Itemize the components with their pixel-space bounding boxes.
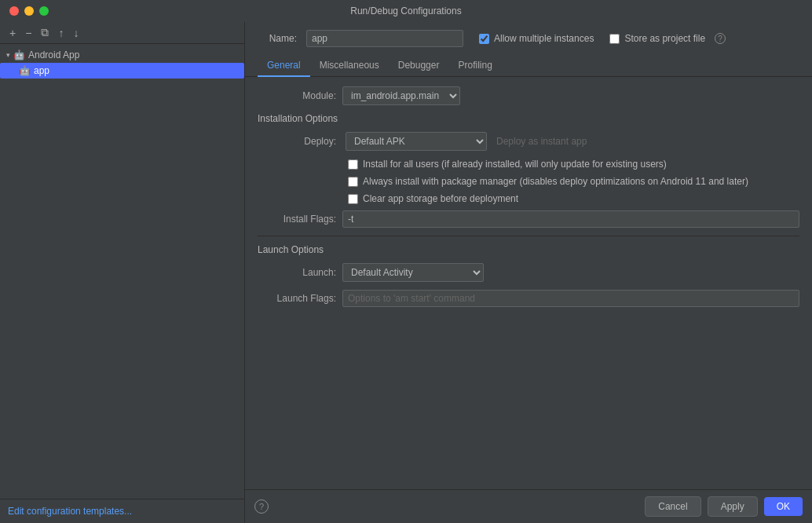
package-manager-label[interactable]: Always install with package manager (dis… — [363, 176, 748, 187]
content-panel: Name: Allow multiple instances Store as … — [245, 22, 812, 523]
tab-profiling[interactable]: Profiling — [448, 55, 501, 77]
maximize-button[interactable] — [39, 6, 49, 16]
copy-config-button[interactable]: ⧉ — [38, 24, 52, 41]
installation-options-title: Installation Options — [258, 113, 799, 124]
android-icon: 🤖 — [13, 49, 25, 60]
clear-storage-label[interactable]: Clear app storage before deployment — [363, 193, 518, 204]
allow-multiple-group: Allow multiple instances — [479, 33, 594, 44]
sidebar-footer: Edit configuration templates... — [0, 499, 244, 523]
help-icon[interactable]: ? — [715, 33, 726, 44]
sidebar-item-app[interactable]: 🤖 app — [0, 63, 244, 79]
install-flags-label: Install Flags: — [258, 214, 336, 225]
install-all-users-checkbox[interactable] — [348, 159, 358, 170]
bottom-bar: ? Cancel Apply OK — [245, 489, 812, 523]
name-row: Name: Allow multiple instances Store as … — [245, 22, 812, 55]
cancel-button[interactable]: Cancel — [645, 496, 700, 517]
launch-flags-label: Launch Flags: — [258, 293, 336, 304]
launch-row: Launch: Default Activity — [258, 263, 799, 282]
deploy-select[interactable]: Default APK — [346, 132, 487, 151]
form-content: Module: im_android.app.main Installation… — [245, 77, 812, 489]
install-flags-row: Install Flags: — [258, 210, 799, 228]
ok-button[interactable]: OK — [764, 497, 803, 516]
edit-templates-link[interactable]: Edit configuration templates... — [8, 506, 132, 517]
name-input[interactable] — [306, 30, 463, 47]
android-app-icon: 🤖 — [19, 65, 31, 76]
tab-miscellaneous[interactable]: Miscellaneous — [310, 55, 389, 77]
add-config-button[interactable]: + — [6, 25, 19, 41]
divider-1 — [258, 236, 799, 236]
apply-button[interactable]: Apply — [708, 496, 758, 517]
name-label: Name: — [258, 33, 297, 44]
launch-label: Launch: — [258, 267, 336, 278]
launch-flags-row: Launch Flags: — [258, 290, 799, 307]
question-mark-icon: ? — [259, 502, 264, 511]
module-row: Module: im_android.app.main — [258, 86, 799, 105]
install-flags-input[interactable] — [342, 210, 799, 228]
check-row-1: Install for all users (if already instal… — [258, 159, 799, 170]
tab-debugger[interactable]: Debugger — [389, 55, 449, 77]
remove-config-button[interactable]: − — [22, 25, 35, 41]
tab-general[interactable]: General — [258, 55, 310, 77]
deploy-row: Deploy: Default APK Deploy as instant ap… — [258, 132, 799, 151]
launch-select[interactable]: Default Activity — [342, 263, 484, 282]
chevron-down-icon: ▾ — [6, 51, 10, 59]
deploy-instant-label: Deploy as instant app — [496, 136, 587, 147]
title-bar: Run/Debug Configurations — [0, 0, 812, 22]
move-up-button[interactable]: ↑ — [55, 25, 67, 41]
check-row-3: Clear app storage before deployment — [258, 193, 799, 204]
sidebar: + − ⧉ ↑ ↓ ▾ 🤖 Android App 🤖 app Edit con… — [0, 22, 245, 523]
help-button[interactable]: ? — [254, 499, 269, 514]
module-select[interactable]: im_android.app.main — [342, 86, 460, 105]
move-down-button[interactable]: ↓ — [70, 25, 82, 41]
allow-multiple-checkbox[interactable] — [479, 34, 489, 44]
allow-multiple-label[interactable]: Allow multiple instances — [494, 33, 594, 44]
tabs-bar: General Miscellaneous Debugger Profiling — [245, 55, 812, 77]
minimize-button[interactable] — [24, 6, 34, 16]
main-layout: + − ⧉ ↑ ↓ ▾ 🤖 Android App 🤖 app Edit con… — [0, 22, 812, 523]
check-row-2: Always install with package manager (dis… — [258, 176, 799, 187]
package-manager-checkbox[interactable] — [348, 177, 358, 187]
close-button[interactable] — [9, 6, 19, 16]
launch-options-title: Launch Options — [258, 244, 799, 255]
sidebar-item-label: app — [34, 65, 49, 76]
install-all-users-label[interactable]: Install for all users (if already instal… — [363, 159, 667, 170]
deploy-label: Deploy: — [258, 136, 336, 147]
store-as-project-group: Store as project file — [609, 33, 705, 44]
store-as-project-checkbox[interactable] — [609, 34, 620, 44]
sidebar-group-android-app[interactable]: ▾ 🤖 Android App — [0, 47, 244, 63]
window-controls[interactable] — [9, 6, 49, 16]
clear-storage-checkbox[interactable] — [348, 194, 358, 204]
sidebar-group-label: Android App — [28, 49, 79, 60]
module-label: Module: — [258, 90, 336, 101]
store-as-project-label[interactable]: Store as project file — [624, 33, 705, 44]
launch-flags-input[interactable] — [342, 290, 799, 307]
sidebar-items: ▾ 🤖 Android App 🤖 app — [0, 44, 244, 499]
sidebar-toolbar: + − ⧉ ↑ ↓ — [0, 22, 244, 44]
window-title: Run/Debug Configurations — [350, 5, 461, 16]
